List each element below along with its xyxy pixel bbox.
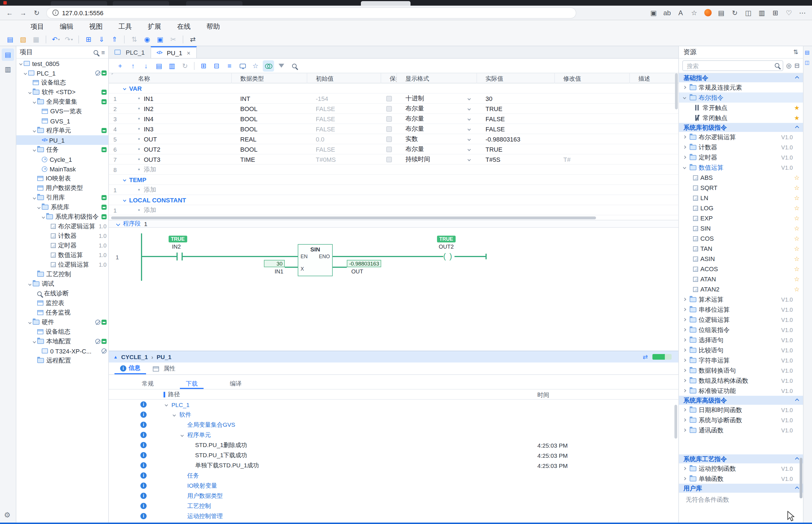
expander-icon[interactable] [683, 136, 689, 138]
data-type-cell[interactable]: BOOL [232, 105, 307, 112]
favorite-star-icon[interactable]: ★ [793, 114, 801, 121]
expander-icon[interactable] [32, 149, 37, 151]
horizontal-scrollbar-thumb[interactable] [111, 216, 596, 219]
tree-item-20[interactable]: 数值运算1.0 [16, 250, 108, 260]
display-format-select[interactable]: 十进制 [397, 94, 477, 103]
log-row-3[interactable]: 程序单元 [109, 430, 678, 440]
collapse-group-icon[interactable] [123, 86, 126, 89]
retain-checkbox[interactable] [386, 106, 392, 111]
resources-scrollbar-thumb[interactable] [800, 458, 802, 498]
collapse-section-icon[interactable] [795, 486, 799, 490]
essentials-icon[interactable]: ♡ [784, 7, 794, 18]
panel-tab-inactive[interactable]: 属性 [147, 363, 181, 374]
expander-icon[interactable] [683, 86, 689, 88]
column-header-4[interactable]: 显示格式 [397, 73, 477, 83]
variable-name-cell[interactable]: IN2 [121, 105, 232, 112]
split-screen-icon[interactable]: ◫ [743, 7, 753, 18]
resource-item-1-5[interactable]: SQRT☆ [679, 183, 803, 193]
tree-item-28[interactable]: 设备组态 [16, 327, 108, 337]
add-variable-row[interactable]: 8添加 [109, 165, 678, 175]
move-down-icon[interactable]: ↓ [141, 60, 152, 71]
run-stop-icon[interactable]: ▣ [155, 34, 166, 45]
collapse-section-icon[interactable] [795, 126, 799, 129]
section-header-system-motion-instructions[interactable]: 系统库工艺指令 [679, 454, 803, 463]
dropdown-chevron-icon[interactable] [468, 97, 471, 100]
data-type-cell[interactable]: BOOL [232, 146, 307, 152]
add-variable-row[interactable]: 1添加 [109, 185, 678, 195]
resource-item-1-9[interactable]: SIN☆ [679, 223, 803, 233]
variable-name-cell[interactable]: IN4 [121, 115, 232, 122]
tree-item-6[interactable]: GVS_1 [16, 116, 108, 126]
resource-item-1-8[interactable]: EXP☆ [679, 213, 803, 223]
expander-icon[interactable] [173, 414, 179, 416]
browser-tab-active[interactable] [361, 1, 410, 6]
expander-icon[interactable] [18, 62, 24, 65]
redo-icon[interactable]: ↷▾ [63, 34, 75, 45]
split-view-icon[interactable]: ◫ [805, 60, 810, 65]
log-row-11[interactable]: 运动控制管理 [109, 511, 678, 522]
collapse-group-icon[interactable] [123, 198, 126, 201]
browser-tab[interactable] [186, 1, 242, 6]
initial-value-cell[interactable]: 0.0 [307, 135, 381, 142]
expander-icon[interactable] [683, 166, 689, 168]
resource-item-1-1[interactable]: 计数器V1.0 [679, 142, 803, 152]
favorite-star-icon[interactable]: ☆ [793, 214, 801, 222]
add-variable-cell[interactable]: 添加 [121, 185, 232, 194]
tree-item-4[interactable]: 全局变量集 [16, 97, 108, 107]
expander-icon[interactable] [683, 359, 689, 361]
collapse-panel-icon[interactable]: ▲ [113, 354, 118, 359]
retain-checkbox[interactable] [386, 146, 392, 152]
network-header[interactable]: 程序段 1 [109, 220, 678, 228]
move-up-icon[interactable]: ↑ [127, 60, 139, 71]
tree-item-13[interactable]: 用户数据类型 [16, 183, 108, 193]
favorite-star-icon[interactable]: ☆ [793, 265, 801, 273]
collapse-section-icon[interactable] [795, 457, 799, 461]
favorites-icon[interactable]: ☆ [689, 7, 699, 18]
log-scrollbar-thumb[interactable] [675, 405, 677, 439]
expander-icon[interactable] [683, 96, 689, 99]
dropdown-chevron-icon[interactable] [468, 117, 471, 120]
favorite-star-icon[interactable]: ☆ [793, 275, 801, 283]
project-search-icon[interactable] [93, 50, 98, 54]
resource-item-1-2[interactable]: 定时器V1.0 [679, 152, 803, 162]
resource-item-1-25[interactable]: 标准验证功能V1.0 [679, 386, 803, 396]
add-variable-row[interactable]: 1添加 [109, 205, 678, 215]
tree-item-7[interactable]: 程序单元 [16, 126, 108, 135]
column-header-2[interactable]: 初始值 [307, 73, 381, 83]
favorite-star-icon[interactable]: ☆ [793, 204, 801, 212]
tree-item-21[interactable]: 位逻辑运算1.0 [16, 260, 108, 269]
log-row-2[interactable]: 全局变量集合GVS [109, 420, 678, 430]
display-format-select[interactable]: 实数 [397, 135, 477, 143]
collapse-section-icon[interactable] [795, 76, 799, 80]
resource-item-1-20[interactable]: 选择语句V1.0 [679, 335, 803, 345]
expander-icon[interactable] [683, 379, 689, 382]
collapse-all-icon[interactable]: ⊟ [795, 62, 800, 69]
tree-item-11[interactable]: MainTask [16, 164, 108, 174]
variable-group-temp[interactable]: TEMP [109, 175, 678, 185]
dropdown-chevron-icon[interactable] [468, 137, 471, 141]
resource-item-1-4[interactable]: ABS☆ [679, 173, 803, 183]
expander-icon[interactable] [32, 129, 37, 132]
tree-item-2[interactable]: 设备组态 [16, 78, 108, 87]
actual-value-cell[interactable]: FALSE [477, 126, 555, 132]
tree-item-17[interactable]: 布尔逻辑运算1.0 [16, 222, 108, 231]
tree-item-23[interactable]: 调试 [16, 279, 108, 289]
resource-item-1-10[interactable]: COS☆ [679, 233, 803, 244]
actual-value-cell[interactable]: TRUE [477, 146, 555, 152]
expander-icon[interactable] [683, 308, 689, 311]
resource-item-0-1[interactable]: 布尔指令 [679, 93, 803, 103]
monitor-toggle-icon[interactable] [263, 60, 274, 71]
forward-icon[interactable]: → [18, 7, 28, 18]
resource-item-1-24[interactable]: 数组及结构体函数V1.0 [679, 375, 803, 386]
var-row-IN2[interactable]: 2IN2BOOLFALSE布尔量TRUE [109, 104, 678, 114]
export-variables-icon[interactable]: ▥ [166, 60, 178, 71]
undo-icon[interactable]: ↶▾ [50, 34, 62, 45]
column-header-3[interactable]: 保持 [381, 73, 397, 83]
refresh-icon[interactable]: ↻ [32, 7, 42, 18]
dropdown-caret-icon[interactable]: ▾ [58, 37, 60, 41]
expander-icon[interactable] [27, 321, 33, 323]
log-row-6[interactable]: 单独下载STD.PU_1成功4:25:03 PM [109, 461, 678, 471]
compare-icon[interactable]: ⇄ [643, 353, 648, 361]
resource-item-1-15[interactable]: ATAN2☆ [679, 284, 803, 294]
tree-item-15[interactable]: 系统库 [16, 202, 108, 212]
